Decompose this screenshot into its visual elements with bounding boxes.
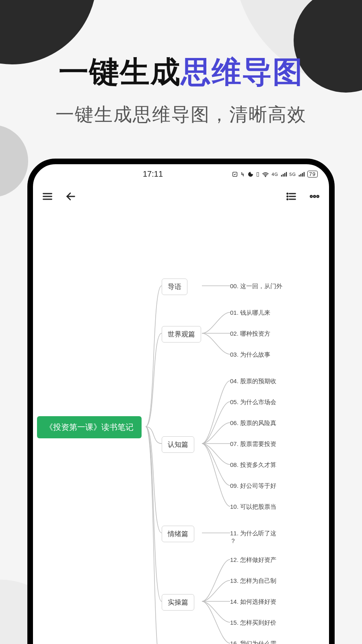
svg-point-20 [311,196,313,198]
mindmap-section[interactable]: 认知篇 [162,436,194,453]
status-indicators: ▯ 4G 5G 79 [213,170,318,178]
status-bar: 17:11 ▯ 4G 5G 79 [33,164,329,184]
mindmap-leaf[interactable]: 13. 怎样为自己制 [230,576,276,586]
more-icon[interactable] [306,188,323,204]
mindmap-root[interactable]: 《投资第一课》读书笔记 [37,416,142,438]
promo-subtitle: 一键生成思维导图，清晰高效 [0,102,362,127]
svg-rect-2 [281,175,282,176]
mindmap-leaf[interactable]: 05. 为什么市场会 [230,397,276,408]
svg-point-17 [287,193,288,194]
mindmap-leaf[interactable]: 00. 这一回，从门外 [230,281,282,292]
svg-point-21 [314,196,316,198]
promo-header: 一键生成思维导图 一键生成思维导图，清晰高效 [0,0,362,127]
mindmap-leaf[interactable]: 16. 我们为什么需 [230,638,276,644]
mindmap-section[interactable]: 情绪篇 [162,526,194,542]
svg-rect-6 [299,175,300,176]
mindmap-leaf[interactable]: 09. 好公司等于好 [230,481,276,491]
app-toolbar [33,184,329,209]
svg-rect-4 [284,173,285,176]
promo-title-part2: 思维导图 [181,55,303,89]
svg-point-1 [265,176,266,177]
mindmap-section[interactable]: 世界观篇 [162,326,201,343]
mindmap-leaf[interactable]: 06. 股票的风险真 [230,418,276,429]
svg-rect-5 [286,172,286,176]
mindmap-leaf[interactable]: 08. 投资多久才算 [230,460,276,471]
mindmap-leaf[interactable]: 02. 哪种投资方 [230,328,270,339]
mindmap-leaf[interactable]: 01. 钱从哪儿来 [230,308,270,318]
outline-icon[interactable] [283,188,299,204]
svg-rect-8 [302,173,303,176]
mindmap-leaf[interactable]: 14. 如何选择好资 [230,597,276,607]
menu-icon[interactable] [39,188,56,204]
mindmap-leaf[interactable]: 15. 怎样买到好价 [230,617,276,628]
mindmap-section[interactable]: 导语 [162,279,187,295]
svg-point-18 [287,196,288,197]
svg-rect-3 [282,174,283,176]
back-icon[interactable] [63,188,79,204]
svg-point-19 [287,199,288,200]
svg-point-22 [317,196,319,198]
promo-title-part1: 一键生成 [59,55,181,89]
phone-frame: 17:11 ▯ 4G 5G 79 《投资第一课》读书笔记 [27,159,335,644]
mindmap-canvas[interactable]: 《投资第一课》读书笔记导语00. 这一回，从门外世界观篇01. 钱从哪儿来02.… [33,209,329,644]
promo-title: 一键生成思维导图 [0,52,362,93]
mindmap-leaf[interactable]: 04. 股票的预期收 [230,376,276,387]
status-time: 17:11 [143,169,163,179]
svg-rect-9 [304,172,304,176]
svg-rect-7 [300,174,301,176]
mindmap-leaf[interactable]: 10. 可以把股票当 [230,502,276,512]
mindmap-leaf[interactable]: 11. 为什么听了这 ？ [230,528,276,547]
mindmap-leaf[interactable]: 12. 怎样做好资产 [230,555,276,566]
battery-level: 79 [307,171,318,178]
mindmap-leaf[interactable]: 07. 股票需要投资 [230,439,276,450]
mindmap-section[interactable]: 实操篇 [162,594,194,611]
mindmap-leaf[interactable]: 03. 为什么故事 [230,349,270,360]
